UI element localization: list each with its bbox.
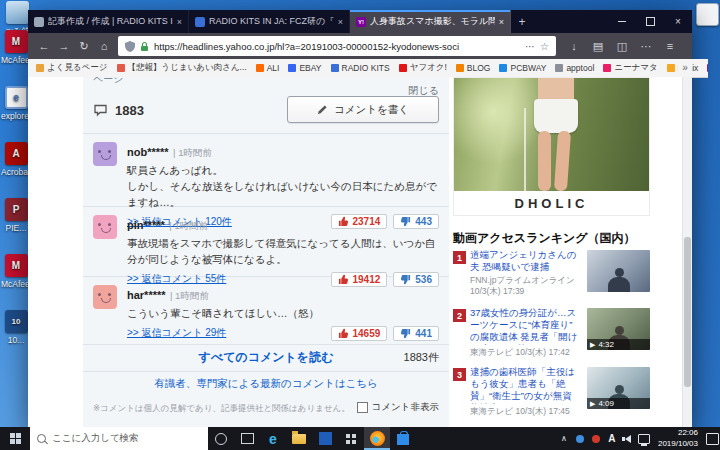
bookmarks-bar: よく見るページ 【悲報】うじまいあい肉さん... ALI EBAY RADIO … (28, 59, 708, 78)
tab-close-icon[interactable]: × (177, 17, 182, 27)
bookmark-item[interactable]: ALI (256, 63, 280, 73)
comment-username[interactable]: nob***** (127, 146, 169, 158)
bookmark-item[interactable]: 【悲報】うじまいあい肉さん... (117, 62, 247, 74)
ad-brand-label: DHOLIC (454, 191, 649, 215)
task-view-button[interactable] (234, 427, 260, 450)
video-thumbnail[interactable]: ▶ 4:09 (587, 367, 650, 409)
taskbar-app-grid[interactable] (338, 427, 364, 450)
tray-expand-button[interactable]: ∧ (556, 427, 572, 450)
hide-comments-control[interactable]: コメント非表示 (357, 401, 439, 414)
url-text[interactable]: https://headlines.yahoo.co.jp/hl?a=20191… (154, 41, 520, 52)
minimize-button[interactable] (608, 10, 636, 33)
taskbar: ここに入力して検索 e ∧ A 22:06 2019/10/03 (0, 427, 720, 450)
reply-comments-link[interactable]: >> 返信コメント 29件 (127, 326, 226, 340)
ranking-item[interactable]: 2 37歳女性の身分証が…スーツケースに“体育座り”の腐敗遺体 発見者「開けた時… (453, 307, 650, 363)
library-icon[interactable]: ▤ (586, 40, 610, 53)
cortana-button[interactable] (208, 427, 234, 450)
taskbar-app-file-explorer[interactable] (286, 427, 312, 450)
bookmark-item[interactable]: ヤフオク! (399, 62, 447, 74)
bookmark-item[interactable]: apptool (555, 63, 594, 73)
tab-close-icon[interactable]: × (499, 17, 504, 27)
taskbar-app-firefox-active[interactable] (364, 427, 390, 450)
bookmark-item[interactable]: PCBWAY (499, 63, 546, 73)
tab-2[interactable]: RADIO KITS IN JA: FCZ研の『TRX... × (189, 10, 350, 33)
maximize-button[interactable] (636, 10, 664, 33)
page-actions-icon[interactable]: ⋯ (525, 41, 535, 52)
desktop-icon-mcafee-console[interactable]: M McAfee Con... (1, 254, 31, 289)
desktop-icon-acrobat[interactable]: A Acrobat R... (1, 142, 31, 177)
bookmark-item[interactable]: RADIO KITS (331, 63, 390, 73)
desktop-icon-corner[interactable] (692, 3, 720, 28)
scrollbar-thumb[interactable] (684, 237, 691, 387)
start-button[interactable] (0, 427, 30, 450)
ime-mode-indicator[interactable]: A (604, 427, 620, 450)
agree-button[interactable]: 14659 (331, 326, 388, 341)
avatar (93, 285, 117, 309)
tab-1[interactable]: 記事作成 / 作成 | RADIO KITS I... × (28, 10, 189, 33)
lock-icon[interactable] (140, 41, 149, 52)
new-tab-button[interactable]: + (511, 10, 533, 33)
video-title-link[interactable]: 37歳女性の身分証が…スーツケースに“体育座り”の腐敗遺体 発見者「開けた時、黒… (470, 307, 580, 345)
comment-text: こういう輩こそ晒されてほしい…（怒） (127, 306, 439, 322)
comment-username[interactable]: har***** (127, 289, 166, 301)
volume-button[interactable] (620, 427, 636, 450)
desktop-icon-pie[interactable]: P PIE... (1, 198, 31, 233)
network-button[interactable] (636, 427, 652, 450)
mcafee-shield-icon: M (5, 254, 28, 277)
taskbar-search[interactable]: ここに入力して検索 (30, 427, 208, 450)
video-thumbnail[interactable]: ▶ 4:32 (587, 308, 650, 350)
comment-header: pin***** 1時間前 (127, 215, 439, 233)
tray-mcafee-icon[interactable] (588, 427, 604, 450)
write-comment-button[interactable]: コメントを書く (287, 96, 439, 123)
bookmarks-overflow-chevron[interactable]: » (678, 59, 692, 77)
tab-1-favicon (34, 17, 44, 27)
hide-comments-checkbox[interactable] (357, 402, 368, 413)
download-icon[interactable]: ↓ (562, 40, 586, 52)
rank-badge: 1 (453, 251, 466, 264)
video-duration: ▶ 4:32 (587, 339, 650, 350)
disagree-button[interactable]: 441 (393, 326, 439, 341)
tray-blue-icon[interactable] (572, 427, 588, 450)
taskbar-clock[interactable]: 22:06 2019/10/03 (652, 428, 704, 449)
taskbar-app-edge[interactable]: e (260, 427, 286, 450)
video-source: 東海テレビ 10/3(木) 17:45 (470, 406, 580, 417)
taskbar-app-tile[interactable] (312, 427, 338, 450)
reload-button[interactable]: ↻ (74, 40, 94, 53)
desktop-icon-10[interactable]: 10 10... (1, 310, 31, 345)
ranking-item[interactable]: 1 道端アンジェリカさんの夫 恐喝疑いで逮捕 FNN.jpプライムオンライン 1… (453, 249, 650, 305)
app-tile-icon (319, 432, 332, 445)
store-icon (397, 434, 409, 445)
bookmark-item[interactable]: ニーナマタ (603, 62, 657, 74)
tab-close-icon[interactable]: × (338, 17, 343, 27)
bookmark-item[interactable]: よく見るページ (36, 62, 108, 74)
read-all-comments-link[interactable]: すべてのコメントを読む (83, 349, 449, 366)
desktop-icon-explorer[interactable]: e explorer... (1, 86, 31, 121)
toolbar-overflow-icon[interactable]: ⋯ (634, 40, 658, 53)
desktop-icon-mcafee-scan[interactable]: M McAfee Scan (1, 30, 31, 65)
ranking-item[interactable]: 3 逮捕の歯科医師「主役はもう彼女」患者も「絶賛」“衛生士”の女が無資格治療か … (453, 366, 650, 422)
sidebar-toggle-icon[interactable]: ◫ (610, 40, 634, 53)
back-button[interactable]: ← (34, 40, 54, 52)
page-scrollbar[interactable] (682, 77, 692, 427)
expert-comments-link[interactable]: 有識者、専門家による最新のコメントはこちら (83, 377, 449, 391)
action-center-button[interactable] (704, 427, 720, 450)
menu-icon[interactable]: ≡ (658, 40, 682, 52)
video-title-link[interactable]: 逮捕の歯科医師「主役はもう彼女」患者も「絶賛」“衛生士”の女が無資格治療か (470, 366, 580, 404)
ad-banner[interactable]: DHOLIC (453, 77, 650, 216)
video-title-link[interactable]: 道端アンジェリカさんの夫 恐喝疑いで逮捕 (470, 249, 580, 273)
bookmark-item[interactable]: BLOG (456, 63, 491, 73)
url-bar[interactable]: https://headlines.yahoo.co.jp/hl?a=20191… (118, 36, 556, 56)
bookmark-favicon (707, 64, 708, 72)
comment-text: 駅員さんあっぱれ。 しかし、そんな放送をしなければいけない今の日本にため息がでま… (127, 163, 439, 210)
close-window-button[interactable]: × (664, 10, 692, 33)
forward-button[interactable]: → (54, 40, 74, 52)
video-thumbnail[interactable] (587, 250, 650, 292)
bookmark-star-icon[interactable]: ☆ (540, 41, 549, 52)
bookmark-item[interactable]: lcpcb (707, 63, 708, 73)
tab-3-active[interactable]: Y! 人身事故スマホ撮影、モラル問う... × (350, 10, 511, 33)
comment-username[interactable]: pin***** (127, 219, 165, 231)
bookmark-item[interactable]: EBAY (288, 63, 321, 73)
shield-icon[interactable] (125, 41, 135, 52)
home-button[interactable]: ⌂ (94, 40, 114, 52)
taskbar-app-store[interactable] (390, 427, 416, 450)
